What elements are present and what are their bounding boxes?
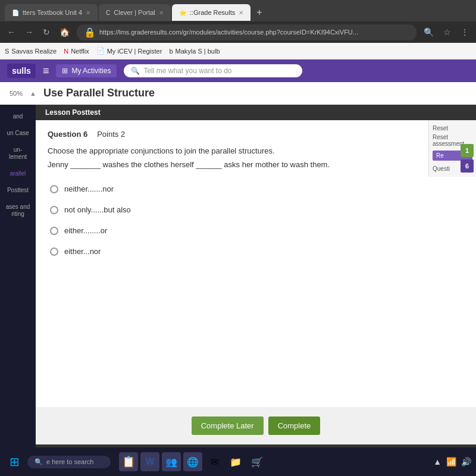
taskbar-app-mail[interactable]: ✉ <box>205 452 224 471</box>
taskbar-app-taskview[interactable]: 📋 <box>119 452 138 471</box>
tab-icon-grade: ⭐ <box>179 10 186 16</box>
lms-header: sulls ≡ ⊞ My Activities 🔍 Tell me what y… <box>0 60 476 82</box>
sidebar-item-case[interactable]: un Case <box>0 126 36 140</box>
radio-d[interactable] <box>50 248 58 256</box>
taskbar-search-bar[interactable]: 🔍 e here to search <box>27 456 111 468</box>
answer-text-b: not only......but also <box>64 205 131 214</box>
sidebar: and un Case un-lement arallel Posttest a… <box>0 105 36 476</box>
lesson-posttest-bar: Lesson Posttest <box>36 105 476 120</box>
tab-textbook[interactable]: 📄 tters Textbook Unit 4 ✕ <box>5 4 98 21</box>
taskbar-search-text: e here to search <box>46 458 94 465</box>
question-nav-1[interactable]: 1 <box>461 144 474 157</box>
sidebar-item-parallel[interactable]: arallel <box>0 167 36 181</box>
windows-start-button[interactable]: ⊞ <box>5 452 24 471</box>
icev-icon: 📄 <box>96 47 105 55</box>
radio-c[interactable] <box>50 227 58 235</box>
forward-button[interactable]: → <box>23 26 36 38</box>
bookmarks-bar: S Savvas Realize N Netflix 📄 My iCEV | R… <box>0 43 476 60</box>
content-area: Lesson Posttest Reset Reset assessment R… <box>36 105 476 476</box>
lms-search-bar[interactable]: 🔍 Tell me what you want to do <box>124 64 302 77</box>
sidebar-item-and-label: and <box>13 113 23 120</box>
reset-label[interactable]: Reset <box>433 125 472 131</box>
answer-text-a: neither.......nor <box>64 184 114 193</box>
tab-icon-clever: C <box>106 10 110 16</box>
sidebar-item-element[interactable]: un-lement <box>0 143 36 164</box>
url-text: https://lms.graderesults.com/gr/modules/… <box>99 29 358 36</box>
sidebar-item-case-label: un Case <box>7 130 29 136</box>
taskbar-tray: ▲ 📶 🔊 <box>433 457 471 466</box>
bookmark-bulb-label: Makyla S | bulb <box>176 48 220 55</box>
lms-logo: sulls <box>7 64 36 78</box>
question-header: Question 6 Points 2 <box>48 130 464 139</box>
question-sentence: Jenny _______ washes the clothes herself… <box>48 160 464 169</box>
action-buttons: Complete Later Complete <box>36 407 476 444</box>
tab-close-textbook[interactable]: ✕ <box>86 10 90 16</box>
answer-option-c[interactable]: either........or <box>48 221 464 240</box>
search-icon: 🔍 <box>131 67 140 75</box>
answer-text-d: either...nor <box>64 247 101 256</box>
star-icon[interactable]: ☆ <box>441 26 453 38</box>
new-tab-button[interactable]: + <box>252 5 267 20</box>
volume-tray-icon[interactable]: 🔊 <box>461 457 471 466</box>
bookmark-netflix[interactable]: N Netflix <box>64 48 89 55</box>
taskbar-search-icon: 🔍 <box>35 458 43 466</box>
address-bar-row: ← → ↻ 🏠 🔒 https://lms.graderesults.com/g… <box>0 21 476 43</box>
lms-search-placeholder: Tell me what you want to do <box>143 67 231 75</box>
sidebar-item-and[interactable]: and <box>0 109 36 124</box>
tab-graderesults[interactable]: ⭐ ::Grade Results ✕ <box>172 4 250 21</box>
tab-bar: 📄 tters Textbook Unit 4 ✕ C Clever | Por… <box>0 0 476 21</box>
tray-arrow[interactable]: ▲ <box>433 457 441 466</box>
bulb-icon: b <box>169 48 173 55</box>
browser-chrome: 📄 tters Textbook Unit 4 ✕ C Clever | Por… <box>0 0 476 60</box>
complete-button[interactable]: Complete <box>268 416 321 435</box>
tab-close-grade[interactable]: ✕ <box>239 10 243 16</box>
tab-clever[interactable]: C Clever | Portal ✕ <box>99 4 171 21</box>
radio-a[interactable] <box>50 185 58 193</box>
my-activities-button[interactable]: ⊞ My Activities <box>56 64 117 77</box>
complete-later-button[interactable]: Complete Later <box>192 416 264 435</box>
radio-b[interactable] <box>50 206 58 214</box>
answer-option-b[interactable]: not only......but also <box>48 201 464 219</box>
page-title: Use Parallel Structure <box>43 87 155 99</box>
netflix-icon: N <box>64 48 68 55</box>
lesson-posttest-label: Lesson Posttest <box>45 108 101 117</box>
search-icon[interactable]: 🔍 <box>421 26 436 38</box>
page-title-bar: 50% ▲ Use Parallel Structure <box>0 82 476 105</box>
progress-indicator: 50% <box>10 90 23 97</box>
question-nav-6[interactable]: 6 <box>461 159 474 173</box>
refresh-button[interactable]: ↻ <box>40 26 52 38</box>
question-number: Question 6 <box>48 130 87 139</box>
menu-icon[interactable]: ⋮ <box>458 26 471 38</box>
bookmark-netflix-label: Netflix <box>71 48 89 55</box>
back-button[interactable]: ← <box>5 26 18 38</box>
question-container: Reset Reset assessment Re Questi Questio… <box>36 120 476 407</box>
hamburger-icon[interactable]: ≡ <box>43 65 49 77</box>
taskbar-app-files[interactable]: 📁 <box>226 452 245 471</box>
taskbar: ⊞ 🔍 e here to search 📋 W 👥 🌐 ✉ 📁 🛒 ▲ 📶 🔊 <box>0 447 476 476</box>
question-points: Points 2 <box>97 130 125 139</box>
bookmark-bulb[interactable]: b Makyla S | bulb <box>169 48 220 55</box>
bookmark-savvas-label: Savvas Realize <box>11 48 57 55</box>
sidebar-item-posttest[interactable]: Posttest <box>0 183 36 198</box>
address-bar[interactable]: 🔒 https://lms.graderesults.com/gr/module… <box>77 24 416 40</box>
sidebar-item-writing-label: ases andriting <box>6 203 30 217</box>
tab-close-clever[interactable]: ✕ <box>159 10 164 16</box>
home-button[interactable]: 🏠 <box>57 26 72 38</box>
lock-icon: 🔒 <box>84 27 96 38</box>
bookmark-savvas[interactable]: S Savvas Realize <box>5 48 57 55</box>
bookmark-icev[interactable]: 📄 My iCEV | Register <box>96 47 162 55</box>
sidebar-item-writing[interactable]: ases andriting <box>0 200 36 221</box>
progress-icon: ▲ <box>30 90 36 97</box>
sidebar-item-posttest-label: Posttest <box>7 187 29 193</box>
tab-label-grade: ::Grade Results <box>190 9 235 16</box>
taskbar-app-word[interactable]: W <box>140 452 159 471</box>
savvas-icon: S <box>5 48 9 55</box>
taskbar-app-store[interactable]: 🛒 <box>248 452 267 471</box>
tab-label-textbook: tters Textbook Unit 4 <box>23 9 82 16</box>
taskbar-app-teams[interactable]: 👥 <box>162 452 181 471</box>
taskbar-app-edge[interactable]: 🌐 <box>183 452 202 471</box>
answer-option-d[interactable]: either...nor <box>48 242 464 261</box>
network-icon[interactable]: 📶 <box>446 457 456 466</box>
answer-text-c: either........or <box>64 226 107 235</box>
answer-option-a[interactable]: neither.......nor <box>48 180 464 198</box>
